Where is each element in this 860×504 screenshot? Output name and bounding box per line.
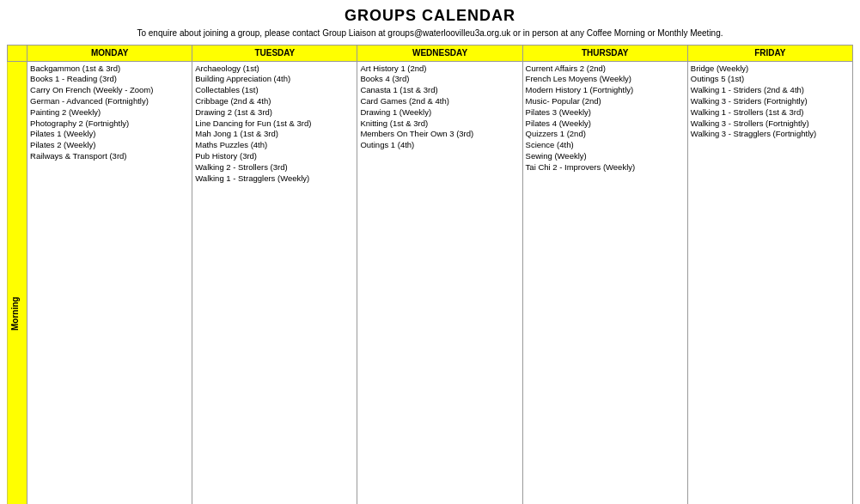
subtitle: To enquire about joining a group, please…	[7, 28, 853, 38]
group-item: Painting 2 (Weekly)	[30, 107, 101, 117]
morning-label: Morning	[8, 61, 27, 504]
group-item: Walking 3 - Strollers (Fortnightly)	[691, 118, 809, 128]
group-item: Books 4 (3rd)	[360, 74, 409, 83]
group-item: Photography 2 (Fortnightly)	[30, 118, 129, 128]
group-item: Pilates 3 (Weekly)	[526, 107, 591, 117]
group-item: Science (4th)	[526, 140, 574, 149]
group-item: Quizzers 1 (2nd)	[526, 129, 586, 138]
header-thursday: THURSDAY	[522, 46, 687, 62]
header-empty	[8, 46, 27, 62]
group-item: Music- Popular (2nd)	[526, 96, 601, 106]
group-item: Drawing 1 (Weekly)	[360, 107, 431, 117]
group-item: Pilates 2 (Weekly)	[30, 140, 95, 149]
group-item: French Les Moyens (Weekly)	[526, 74, 631, 83]
group-item: Pilates 1 (Weekly)	[30, 129, 95, 138]
group-item: Outings 5 (1st)	[691, 74, 744, 83]
group-item: Pub History (3rd)	[195, 151, 257, 161]
header-monday: MONDAY	[27, 46, 192, 62]
group-item: Railways & Transport (3rd)	[30, 151, 126, 161]
calendar-cell: Art History 1 (2nd)Books 4 (3rd)Canasta …	[357, 61, 522, 504]
calendar-cell: Current Affairs 2 (2nd)French Les Moyens…	[522, 61, 687, 504]
group-item: Walking 1 - Striders (2nd & 4th)	[691, 85, 804, 94]
calendar-cell: Archaeology (1st)Building Appreciation (…	[192, 61, 357, 504]
group-item: Backgammon (1st & 3rd)	[30, 64, 120, 73]
group-item: Knitting (1st & 3rd)	[360, 118, 428, 128]
calendar-cell: Backgammon (1st & 3rd)Books 1 - Reading …	[27, 61, 192, 504]
group-item: Tai Chi 2 - Improvers (Weekly)	[526, 162, 636, 172]
group-item: Walking 1 - Stragglers (Weekly)	[195, 173, 309, 183]
group-item: Art History 1 (2nd)	[360, 64, 426, 73]
group-item: Card Games (2nd & 4th)	[360, 96, 449, 106]
group-item: Current Affairs 2 (2nd)	[526, 64, 606, 73]
group-item: Line Dancing for Fun (1st & 3rd)	[195, 118, 311, 128]
group-item: Building Appreciation (4th)	[195, 74, 290, 83]
header-friday: FRIDAY	[687, 46, 852, 62]
group-item: Sewing (Weekly)	[526, 151, 587, 161]
page-title: GROUPS CALENDAR	[7, 7, 853, 25]
group-item: Pilates 4 (Weekly)	[526, 118, 591, 128]
group-item: Archaeology (1st)	[195, 64, 259, 73]
group-item: Walking 3 - Striders (Fortnightly)	[691, 96, 808, 106]
header-tuesday: TUESDAY	[192, 46, 357, 62]
calendar-cell: Bridge (Weekly)Outings 5 (1st)Walking 1 …	[687, 61, 852, 504]
group-item: Walking 1 - Strollers (1st & 3rd)	[691, 107, 804, 117]
group-item: Walking 2 - Strollers (3rd)	[195, 162, 287, 172]
group-item: Bridge (Weekly)	[691, 64, 748, 73]
group-item: Collectables (1st)	[195, 85, 258, 94]
group-item: Outings 1 (4th)	[360, 140, 414, 149]
group-item: Books 1 - Reading (3rd)	[30, 74, 117, 83]
group-item: Mah Jong 1 (1st & 3rd)	[195, 129, 278, 138]
group-item: Maths Puzzles (4th)	[195, 140, 267, 149]
groups-calendar-table: MONDAY TUESDAY WEDNESDAY THURSDAY FRIDAY…	[7, 45, 853, 504]
group-item: Walking 3 - Stragglers (Fortnightly)	[691, 129, 816, 138]
group-item: German - Advanced (Fortnightly)	[30, 96, 149, 106]
group-item: Cribbage (2nd & 4th)	[195, 96, 271, 106]
group-item: Members On Their Own 3 (3rd)	[360, 129, 473, 138]
group-item: Carry On French (Weekly - Zoom)	[30, 85, 153, 94]
group-item: Modern History 1 (Fortnightly)	[526, 85, 634, 94]
header-wednesday: WEDNESDAY	[357, 46, 522, 62]
group-item: Drawing 2 (1st & 3rd)	[195, 107, 272, 117]
group-item: Canasta 1 (1st & 3rd)	[360, 85, 437, 94]
